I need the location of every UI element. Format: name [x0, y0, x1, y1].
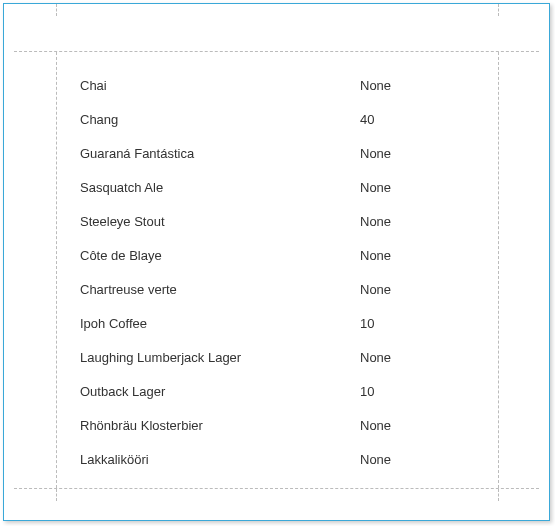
column-divider: [56, 489, 57, 501]
table-row: Laughing Lumberjack Lager None: [14, 340, 539, 374]
product-name: Chai: [80, 78, 360, 93]
column-divider: [498, 4, 499, 16]
product-name: Outback Lager: [80, 384, 360, 399]
product-name: Rhönbräu Klosterbier: [80, 418, 360, 433]
product-value: None: [360, 418, 480, 433]
table-row: Chang 40: [14, 102, 539, 136]
table-row: Steeleye Stout None: [14, 204, 539, 238]
product-name: Côte de Blaye: [80, 248, 360, 263]
product-name: Sasquatch Ale: [80, 180, 360, 195]
product-value: 10: [360, 384, 480, 399]
column-divider: [56, 4, 57, 16]
product-value: None: [360, 282, 480, 297]
column-divider: [498, 52, 499, 488]
report-header-band: [14, 4, 539, 52]
table-row: Côte de Blaye None: [14, 238, 539, 272]
product-value: None: [360, 78, 480, 93]
product-name: Laughing Lumberjack Lager: [80, 350, 360, 365]
table-row: Outback Lager 10: [14, 374, 539, 408]
table-row: Chartreuse verte None: [14, 272, 539, 306]
table-row: Chai None: [14, 68, 539, 102]
product-name: Ipoh Coffee: [80, 316, 360, 331]
product-value: None: [360, 248, 480, 263]
table-row: Sasquatch Ale None: [14, 170, 539, 204]
product-value: None: [360, 452, 480, 467]
report-footer-band: [14, 489, 539, 526]
product-name: Lakkalikööri: [80, 452, 360, 467]
product-value: None: [360, 146, 480, 161]
product-value: None: [360, 214, 480, 229]
product-name: Guaraná Fantástica: [80, 146, 360, 161]
table-row: Lakkalikööri None: [14, 442, 539, 476]
product-value: 10: [360, 316, 480, 331]
table-row: Guaraná Fantástica None: [14, 136, 539, 170]
product-value: None: [360, 350, 480, 365]
table-row: Rhönbräu Klosterbier None: [14, 408, 539, 442]
product-name: Chang: [80, 112, 360, 127]
product-name: Chartreuse verte: [80, 282, 360, 297]
table-row: Ipoh Coffee 10: [14, 306, 539, 340]
column-divider: [56, 52, 57, 488]
product-name: Steeleye Stout: [80, 214, 360, 229]
column-divider: [498, 489, 499, 501]
report-page: Chai None Chang 40 Guaraná Fantástica No…: [3, 3, 550, 521]
product-value: 40: [360, 112, 480, 127]
product-value: None: [360, 180, 480, 195]
report-detail-band: Chai None Chang 40 Guaraná Fantástica No…: [14, 52, 539, 489]
